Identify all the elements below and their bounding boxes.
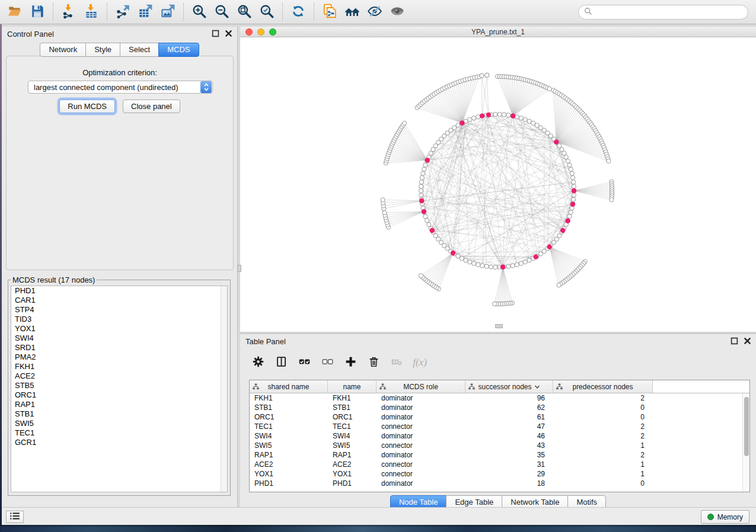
network-node[interactable] [564, 155, 568, 159]
network-node[interactable] [419, 180, 423, 184]
column-header-successor-nodes[interactable]: successor nodes [465, 380, 553, 393]
network-node[interactable] [566, 159, 570, 163]
network-node[interactable] [468, 117, 472, 121]
optimization-criterion-select[interactable]: largest connected component (undirected) [28, 81, 213, 94]
network-node[interactable] [557, 283, 561, 287]
network-node[interactable] [502, 113, 506, 117]
tab-mcds[interactable]: MCDS [158, 43, 199, 57]
network-node[interactable] [485, 73, 489, 77]
network-node[interactable] [493, 112, 497, 116]
network-node[interactable] [519, 261, 523, 265]
deselect-all-button[interactable] [318, 354, 336, 371]
network-node[interactable] [480, 73, 484, 78]
dominator-node[interactable] [572, 188, 576, 193]
network-node[interactable] [427, 222, 431, 226]
network-node[interactable] [569, 167, 573, 171]
mcds-result-item[interactable]: TEC1 [11, 428, 227, 438]
search-input[interactable] [596, 8, 742, 17]
network-node[interactable] [419, 193, 423, 197]
zoom-out-button[interactable] [210, 2, 233, 22]
network-node[interactable] [570, 171, 574, 175]
mcds-result-item[interactable]: ACE2 [11, 371, 227, 381]
mcds-result-item[interactable]: PMA2 [11, 352, 227, 362]
column-header-name[interactable]: name [328, 380, 377, 393]
table-row[interactable]: SWI5SWI5connector431 [250, 441, 749, 450]
network-node[interactable] [571, 175, 575, 180]
network-node[interactable] [567, 163, 572, 167]
dominator-node[interactable] [425, 158, 430, 162]
network-node[interactable] [572, 184, 576, 188]
table-scrollbar-thumb[interactable] [744, 397, 749, 456]
dominator-node[interactable] [570, 202, 575, 207]
network-node[interactable] [402, 121, 406, 125]
window-zoom-button[interactable] [269, 28, 276, 36]
search-field[interactable] [578, 5, 748, 20]
mcds-result-item[interactable]: STB5 [11, 381, 227, 390]
memory-button[interactable]: Memory [701, 510, 749, 524]
mcds-result-item[interactable]: RAP1 [11, 400, 227, 409]
network-node[interactable] [492, 302, 496, 306]
hide-selected-button[interactable] [363, 2, 386, 22]
network-node[interactable] [464, 258, 468, 262]
network-node[interactable] [527, 119, 531, 123]
network-node[interactable] [567, 214, 572, 219]
dominator-node[interactable] [486, 113, 491, 117]
network-node[interactable] [515, 262, 519, 267]
network-canvas[interactable] [240, 37, 756, 332]
window-minimize-button[interactable] [257, 28, 264, 36]
network-node[interactable] [476, 115, 480, 119]
column-header-predecessor-nodes[interactable]: predecessor nodes [553, 380, 653, 393]
dominator-node[interactable] [480, 113, 484, 118]
network-node[interactable] [419, 184, 423, 188]
select-all-button[interactable] [295, 354, 313, 371]
table-scrollbar[interactable] [742, 393, 749, 492]
task-history-button[interactable] [6, 511, 24, 523]
column-header-MCDS-role[interactable]: MCDS role [377, 380, 465, 393]
dominator-node[interactable] [511, 113, 515, 118]
tab-network[interactable]: Network [40, 43, 86, 57]
new-column-button[interactable] [342, 354, 359, 371]
network-node[interactable] [382, 210, 387, 214]
mcds-result-item[interactable]: SWI4 [11, 334, 227, 343]
delete-columns-button[interactable] [365, 354, 382, 371]
network-node[interactable] [381, 198, 385, 202]
dominator-node[interactable] [560, 228, 565, 233]
dominator-node[interactable] [451, 251, 455, 255]
network-node[interactable] [610, 198, 614, 202]
network-node[interactable] [572, 180, 576, 184]
dominator-node[interactable] [533, 254, 538, 259]
network-node[interactable] [472, 261, 476, 265]
first-neighbors-button[interactable] [341, 2, 363, 22]
dominator-node[interactable] [500, 264, 505, 269]
zoom-selected-button[interactable] [256, 2, 278, 22]
network-node[interactable] [493, 265, 497, 269]
network-node[interactable] [506, 264, 511, 268]
tab-select[interactable]: Select [120, 43, 159, 57]
network-node[interactable] [572, 193, 576, 197]
table-row[interactable]: SWI4SWI4dominator462 [250, 431, 749, 441]
show-hide-columns-button[interactable] [272, 354, 290, 371]
network-node[interactable] [472, 116, 476, 120]
dominator-node[interactable] [422, 209, 426, 214]
export-image-button[interactable] [157, 2, 179, 22]
network-horizontal-scrollbar-thumb[interactable] [495, 324, 503, 328]
network-node[interactable] [421, 171, 425, 175]
import-table-button[interactable] [80, 2, 103, 22]
float-panel-icon[interactable] [731, 337, 738, 345]
network-node[interactable] [476, 262, 480, 267]
network-node[interactable] [527, 258, 531, 262]
close-panel-icon[interactable] [744, 337, 751, 345]
network-node[interactable] [523, 260, 527, 264]
table-row[interactable]: FKH1FKH1dominator962 [250, 393, 749, 403]
mcds-result-item[interactable]: SWI5 [11, 419, 227, 428]
mcds-result-item[interactable]: PHD1 [11, 286, 227, 296]
settings-button[interactable] [249, 354, 267, 371]
network-node[interactable] [569, 210, 573, 214]
show-all-button[interactable] [386, 2, 409, 22]
refresh-view-button[interactable] [287, 2, 310, 22]
mcds-result-item[interactable]: STB1 [11, 409, 227, 419]
network-node[interactable] [423, 214, 428, 219]
mcds-result-item[interactable]: TID3 [11, 315, 227, 324]
network-node[interactable] [515, 115, 519, 119]
float-panel-icon[interactable] [212, 30, 219, 37]
